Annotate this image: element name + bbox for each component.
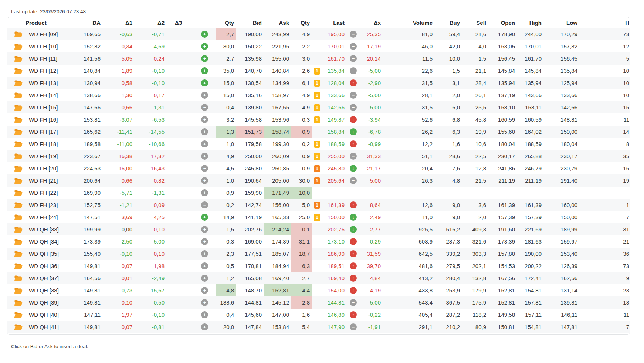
folder-icon[interactable] bbox=[14, 43, 23, 50]
cell-bid[interactable]: 141,19 bbox=[236, 211, 264, 223]
folder-icon[interactable] bbox=[14, 263, 23, 269]
cell-last: 161,70 bbox=[323, 52, 347, 65]
cell-ask[interactable]: 199,30 bbox=[264, 138, 291, 150]
cell-ask[interactable]: 250,85 bbox=[264, 162, 291, 174]
folder-icon[interactable] bbox=[14, 251, 23, 257]
cell-qty-ask: 0,9 bbox=[291, 126, 312, 138]
folder-icon[interactable] bbox=[14, 68, 23, 74]
plus-circle-icon: + bbox=[201, 31, 208, 38]
cell-ask[interactable]: 169,40 bbox=[264, 272, 291, 284]
cell-h: 31 bbox=[580, 223, 630, 235]
cell-ask[interactable]: 184,94 bbox=[264, 260, 291, 272]
cell-ask[interactable]: 165,33 bbox=[264, 211, 291, 223]
cell-ask[interactable]: 260,09 bbox=[264, 150, 291, 162]
cell-open: 155,60 bbox=[488, 126, 517, 138]
cell-bid[interactable]: 190,00 bbox=[236, 28, 264, 40]
cell-ask[interactable]: 140,84 bbox=[264, 65, 291, 77]
cell-ask[interactable]: 185,07 bbox=[264, 248, 291, 260]
cell-bid[interactable]: 151,73 bbox=[236, 126, 264, 138]
cell-buy: 6,8 bbox=[435, 113, 462, 126]
folder-icon[interactable] bbox=[14, 275, 23, 282]
cell-bid[interactable]: 148,70 bbox=[236, 284, 264, 296]
cell-bid[interactable]: 190,64 bbox=[236, 174, 264, 187]
folder-icon[interactable] bbox=[14, 92, 23, 99]
cell-h: 1 bbox=[580, 199, 630, 211]
folder-icon[interactable] bbox=[14, 226, 23, 233]
folder-icon[interactable] bbox=[14, 312, 23, 318]
cell-qty-ask: 1,6 bbox=[291, 309, 312, 321]
cell-bid[interactable]: 145,58 bbox=[236, 113, 264, 126]
cell-h: 7 bbox=[580, 321, 630, 333]
cell-bid[interactable]: 159,90 bbox=[236, 187, 264, 199]
cell-ask[interactable]: 152,81 bbox=[264, 284, 291, 296]
cell-bid[interactable]: 177,51 bbox=[236, 248, 264, 260]
cell-delta2: 1,98 bbox=[135, 260, 167, 272]
cell-ask[interactable]: 134,99 bbox=[264, 77, 291, 89]
cell-high: 157,39 bbox=[517, 211, 544, 223]
cell-bid[interactable]: 147,84 bbox=[236, 321, 264, 333]
cell-ask[interactable]: 214,24 bbox=[264, 223, 291, 235]
cell-ask[interactable]: 167,55 bbox=[264, 101, 291, 113]
product-label: WD FH [18] bbox=[29, 141, 58, 147]
cell-da: 140,84 bbox=[67, 65, 103, 77]
cell-ask[interactable]: 153,96 bbox=[264, 113, 291, 126]
cell-buy: 367,5 bbox=[435, 296, 462, 309]
cell-da: 147,11 bbox=[67, 309, 103, 321]
cell-ask[interactable]: 171,49 bbox=[264, 187, 291, 199]
folder-icon[interactable] bbox=[14, 153, 23, 160]
cell-ask[interactable]: 145,12 bbox=[264, 296, 291, 309]
cell-bid[interactable]: 202,76 bbox=[236, 223, 264, 235]
cell-bid[interactable]: 245,80 bbox=[236, 162, 264, 174]
cell-bid[interactable]: 144,81 bbox=[236, 296, 264, 309]
folder-icon[interactable] bbox=[14, 299, 23, 306]
cell-bid[interactable]: 170,81 bbox=[236, 260, 264, 272]
cell-bid[interactable]: 169,00 bbox=[236, 235, 264, 248]
table-row: WD FH [12] 140,84 1,89 -0,10 + 35,0 140,… bbox=[7, 65, 630, 77]
cell-ask[interactable]: 205,00 bbox=[264, 174, 291, 187]
cell-ask[interactable]: 155,00 bbox=[264, 52, 291, 65]
folder-icon[interactable] bbox=[14, 177, 23, 184]
folder-icon[interactable] bbox=[14, 238, 23, 245]
cell-bid[interactable]: 179,58 bbox=[236, 138, 264, 150]
folder-icon[interactable] bbox=[14, 324, 23, 330]
folder-icon[interactable] bbox=[14, 190, 23, 196]
cell-bid[interactable]: 165,08 bbox=[236, 272, 264, 284]
cell-open: 149,58 bbox=[488, 309, 517, 321]
cell-delta2: -2,49 bbox=[135, 272, 167, 284]
folder-icon[interactable] bbox=[14, 80, 23, 86]
cell-high: 160,59 bbox=[517, 113, 544, 126]
cell-ask[interactable]: 156,00 bbox=[264, 199, 291, 211]
up-circle-icon: ↑ bbox=[350, 287, 357, 294]
cell-bid[interactable]: 139,80 bbox=[236, 101, 264, 113]
cell-ask[interactable]: 158,74 bbox=[264, 126, 291, 138]
cell-ask[interactable]: 153,84 bbox=[264, 321, 291, 333]
cell-bid[interactable]: 150,22 bbox=[236, 40, 264, 52]
cell-ask[interactable]: 174,39 bbox=[264, 235, 291, 248]
cell-ask[interactable]: 158,97 bbox=[264, 89, 291, 101]
cell-open: 157,39 bbox=[488, 211, 517, 223]
folder-icon[interactable] bbox=[14, 31, 23, 38]
cell-ask[interactable]: 243,99 bbox=[264, 28, 291, 40]
cell-delta1: 5,05 bbox=[103, 52, 135, 65]
minus-circle-icon: − bbox=[350, 299, 357, 306]
folder-icon[interactable] bbox=[14, 202, 23, 208]
cell-bid[interactable]: 140,70 bbox=[236, 65, 264, 77]
folder-icon[interactable] bbox=[14, 214, 23, 221]
cell-qty-ask: 5,0 bbox=[291, 199, 312, 211]
cell-bid[interactable]: 135,16 bbox=[236, 89, 264, 101]
folder-icon[interactable] bbox=[14, 165, 23, 172]
cell-sell: 10,6 bbox=[462, 138, 488, 150]
cell-bid[interactable]: 145,60 bbox=[236, 309, 264, 321]
folder-icon[interactable] bbox=[14, 104, 23, 111]
cell-ask[interactable]: 221,96 bbox=[264, 40, 291, 52]
cell-bid[interactable]: 142,74 bbox=[236, 199, 264, 211]
folder-icon[interactable] bbox=[14, 55, 23, 62]
folder-icon[interactable] bbox=[14, 116, 23, 123]
cell-bid[interactable]: 135,98 bbox=[236, 52, 264, 65]
cell-bid[interactable]: 130,54 bbox=[236, 77, 264, 89]
cell-bid[interactable]: 250,00 bbox=[236, 150, 264, 162]
folder-icon[interactable] bbox=[14, 129, 23, 135]
folder-icon[interactable] bbox=[14, 287, 23, 294]
cell-ask[interactable]: 147,00 bbox=[264, 309, 291, 321]
folder-icon[interactable] bbox=[14, 141, 23, 147]
